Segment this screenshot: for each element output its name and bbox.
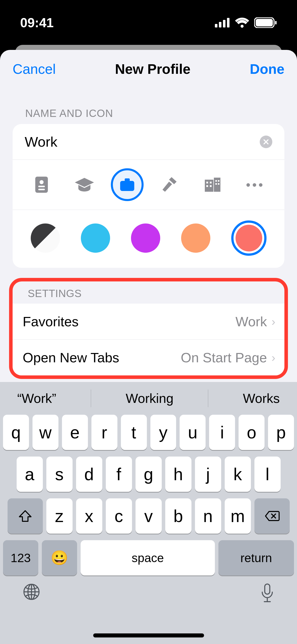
svg-rect-12: [120, 181, 134, 191]
svg-rect-25: [265, 584, 270, 594]
cellular-icon: [215, 18, 230, 27]
key-l[interactable]: l: [254, 457, 281, 492]
key-x[interactable]: x: [76, 498, 102, 534]
suggestion-bar: “Work” Working Works: [0, 382, 297, 415]
key-i[interactable]: i: [209, 415, 235, 450]
key-w[interactable]: w: [32, 415, 58, 450]
chevron-right-icon: ›: [272, 315, 275, 328]
name-icon-card: •••: [13, 124, 284, 268]
briefcase-icon[interactable]: [111, 168, 144, 201]
key-q[interactable]: q: [3, 415, 29, 450]
chevron-right-icon: ›: [272, 351, 275, 364]
shift-key[interactable]: [8, 498, 43, 534]
status-icons: [215, 17, 277, 28]
key-row-3: z x c v b n m: [0, 498, 297, 534]
favorites-label: Favorites: [23, 314, 79, 329]
suggestion-separator: [208, 390, 208, 407]
svg-rect-13: [205, 180, 213, 192]
svg-rect-21: [215, 183, 217, 185]
svg-rect-15: [206, 182, 208, 183]
favorites-row[interactable]: Favorites Work ›: [13, 304, 284, 339]
svg-rect-17: [206, 185, 208, 187]
key-d[interactable]: d: [76, 457, 102, 492]
badge-icon[interactable]: [25, 168, 58, 201]
key-e[interactable]: e: [62, 415, 88, 450]
key-a[interactable]: a: [17, 457, 43, 492]
keyboard: “Work” Working Works q w e r t y u i o p…: [0, 382, 297, 644]
key-y[interactable]: y: [150, 415, 176, 450]
hammer-icon[interactable]: [153, 168, 186, 201]
done-button[interactable]: Done: [250, 61, 285, 77]
key-row-bottom: 123 😀 space return: [0, 540, 297, 575]
open-new-tabs-row[interactable]: Open New Tabs On Start Page ›: [13, 339, 284, 375]
svg-rect-1: [219, 22, 221, 27]
profile-name-input[interactable]: [25, 134, 235, 150]
status-bar: 09:41: [0, 0, 297, 43]
key-o[interactable]: o: [239, 415, 265, 450]
graduation-cap-icon[interactable]: [68, 168, 101, 201]
color-orange[interactable]: [181, 223, 210, 253]
key-m[interactable]: m: [225, 498, 251, 534]
key-f[interactable]: f: [106, 457, 132, 492]
key-h[interactable]: h: [165, 457, 191, 492]
svg-rect-20: [218, 180, 219, 182]
key-n[interactable]: n: [195, 498, 221, 534]
svg-rect-10: [38, 189, 45, 190]
key-b[interactable]: b: [165, 498, 191, 534]
icons-row: •••: [13, 160, 284, 210]
key-t[interactable]: t: [121, 415, 147, 450]
key-u[interactable]: u: [180, 415, 206, 450]
globe-icon[interactable]: [23, 583, 40, 601]
numeric-key[interactable]: 123: [3, 540, 38, 575]
clear-text-button[interactable]: [260, 136, 272, 148]
suggestion-1[interactable]: “Work”: [17, 391, 56, 406]
key-z[interactable]: z: [46, 498, 73, 534]
space-key[interactable]: space: [81, 540, 215, 575]
return-key[interactable]: return: [218, 540, 294, 575]
svg-rect-18: [210, 185, 212, 187]
nav-bar: Cancel New Profile Done: [0, 50, 297, 87]
key-j[interactable]: j: [195, 457, 221, 492]
svg-rect-0: [215, 24, 217, 27]
backspace-key[interactable]: [254, 498, 290, 534]
battery-icon: [254, 17, 277, 28]
shift-icon: [18, 509, 32, 523]
status-time: 09:41: [20, 15, 54, 30]
suggestion-2[interactable]: Working: [126, 391, 174, 406]
color-cyan[interactable]: [81, 223, 110, 253]
settings-highlight: SETTINGS Favorites Work › Open New Tabs …: [9, 278, 288, 379]
mic-icon[interactable]: [260, 583, 274, 603]
svg-rect-3: [227, 18, 229, 27]
emoji-key[interactable]: 😀: [42, 540, 77, 575]
svg-rect-6: [275, 21, 277, 24]
key-c[interactable]: c: [106, 498, 132, 534]
svg-rect-14: [214, 178, 220, 192]
key-row-1: q w e r t y u i o p: [0, 415, 297, 450]
suggestion-separator: [91, 390, 91, 407]
building-icon[interactable]: [196, 168, 229, 201]
favorites-value: Work: [236, 314, 267, 329]
key-p[interactable]: p: [268, 415, 294, 450]
svg-point-8: [40, 180, 44, 184]
name-icon-section-header: NAME AND ICON: [0, 87, 297, 124]
suggestion-3[interactable]: Works: [243, 391, 280, 406]
open-new-tabs-label: Open New Tabs: [23, 350, 119, 365]
color-purple[interactable]: [131, 223, 160, 253]
color-coral-selected[interactable]: [231, 220, 267, 256]
more-icons-button[interactable]: •••: [239, 168, 272, 201]
key-v[interactable]: v: [136, 498, 162, 534]
modal-sheet: Cancel New Profile Done NAME AND ICON: [0, 50, 297, 644]
svg-rect-9: [38, 186, 45, 187]
more-icon: •••: [246, 178, 265, 192]
key-row-2: a s d f g h j k l: [0, 457, 297, 492]
key-k[interactable]: k: [225, 457, 251, 492]
home-indicator[interactable]: [93, 633, 204, 637]
key-g[interactable]: g: [136, 457, 162, 492]
keyboard-footer: [0, 575, 297, 603]
key-s[interactable]: s: [46, 457, 73, 492]
color-black-white[interactable]: [31, 223, 60, 253]
name-row: [13, 124, 284, 160]
key-r[interactable]: r: [91, 415, 117, 450]
cancel-button[interactable]: Cancel: [13, 61, 56, 77]
svg-rect-16: [210, 182, 212, 183]
